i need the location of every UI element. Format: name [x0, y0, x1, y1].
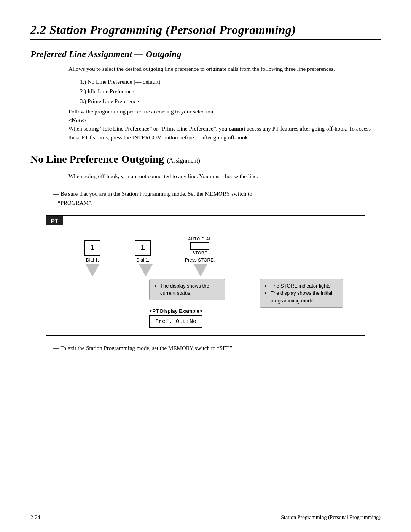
step2-button: 1 — [135, 240, 151, 256]
arrow3-col — [191, 264, 210, 276]
step2-label: Dial 1. — [136, 257, 149, 263]
subsection-title: No Line Preference Outgoing(Assignment) — [30, 153, 381, 165]
exit-text: — To exit the Station Programming mode, … — [53, 344, 381, 353]
svg-marker-1 — [139, 264, 153, 276]
subsection-assignment: (Assignment) — [167, 157, 200, 164]
preferences-list: 1.) No Line Preference (— default) 2.) I… — [80, 77, 381, 107]
step3-action-label: Press STORE. — [185, 257, 215, 263]
chapter-divider-thick — [30, 39, 381, 40]
callout-right-item2: The display shows the initial programmin… — [271, 289, 338, 304]
arrow2-col — [138, 264, 154, 276]
intro-paragraph: Allows you to select the desired outgoin… — [68, 65, 381, 73]
callout-right-list: The STORE indicator lights. The display … — [264, 282, 338, 305]
page-footer: 2-24 Station Programming (Personal Progr… — [30, 511, 381, 521]
step3-col: AUTO DIAL STORE Press STORE. — [185, 237, 215, 263]
arrow1-svg — [86, 264, 99, 276]
step1-button: 1 — [84, 240, 100, 256]
section-title: Preferred Line Assignment — Outgoing — [30, 49, 381, 59]
arrow2-svg — [139, 264, 153, 276]
callout-left-item: The display shows the current status. — [160, 282, 220, 297]
chapter-divider-thin — [30, 42, 381, 42]
list-item-2: 2.) Idle Line Preference — [80, 87, 381, 97]
dash-instruction: — Be sure that you are in the Station Pr… — [53, 189, 381, 208]
chapter-title: 2.2 Station Programming (Personal Progra… — [30, 23, 381, 37]
note-label: <Note> — [68, 117, 381, 124]
subsection-outgoing: Outgoing — [121, 153, 164, 165]
subsection-main: No Line Preference — [30, 153, 118, 165]
pt-diagram-box: PT 1 Dial 1. 1 Dial 1. AUTO DIAL — [46, 215, 365, 336]
store-button — [190, 242, 209, 250]
note-cannot: cannot — [229, 126, 245, 132]
store-widget: AUTO DIAL STORE — [188, 237, 212, 255]
follow-text: Follow the programming procedure accordi… — [68, 109, 381, 115]
svg-marker-0 — [86, 264, 99, 276]
pt-display-section: <PT Display Example> Pref. Out:No — [149, 308, 202, 328]
note-text-before-bold: When setting “Idle Line Preference” or “… — [68, 126, 229, 132]
steps-row: 1 Dial 1. 1 Dial 1. AUTO DIAL STORE Pres… — [54, 237, 357, 263]
store-label: STORE — [193, 251, 207, 255]
callout-left-list: The display shows the current status. — [154, 282, 220, 297]
footer-page-number: 2-24 — [30, 514, 40, 521]
dash-instruction-text2: “PROGRAM”. — [58, 200, 92, 206]
pt-display-screen: Pref. Out:No — [149, 315, 202, 328]
list-item-3: 3.) Prime Line Preference — [80, 97, 381, 107]
callout-right-item1: The STORE indicator lights. — [271, 282, 338, 290]
callout-right-box: The STORE indicator lights. The display … — [260, 279, 343, 308]
arrows-row — [54, 264, 357, 276]
center-section: The display shows the current status. <P… — [149, 279, 225, 328]
note-text: When setting “Idle Line Preference” or “… — [68, 125, 381, 142]
pt-display-label: <PT Display Example> — [150, 308, 202, 314]
step2-col: 1 Dial 1. — [135, 240, 151, 263]
diagram-inner: 1 Dial 1. 1 Dial 1. AUTO DIAL STORE Pres… — [46, 237, 365, 335]
step1-col: 1 Dial 1. — [84, 240, 100, 263]
pt-header-label: PT — [46, 216, 63, 225]
arrow1-col — [84, 264, 100, 276]
callouts-area: The display shows the current status. <P… — [54, 279, 357, 328]
arrow3-svg — [194, 264, 207, 276]
auto-dial-label: AUTO DIAL — [188, 237, 212, 241]
callout-left-box: The display shows the current status. — [149, 279, 225, 300]
dash-instruction-text1: — Be sure that you are in the Station Pr… — [53, 191, 252, 197]
step1-label: Dial 1. — [86, 257, 99, 263]
svg-marker-2 — [194, 264, 207, 276]
when-text: When going off-hook, you are not connect… — [68, 172, 381, 181]
list-item-1: 1.) No Line Preference (— default) — [80, 77, 381, 87]
footer-chapter-name: Station Programming (Personal Programmin… — [281, 514, 381, 521]
